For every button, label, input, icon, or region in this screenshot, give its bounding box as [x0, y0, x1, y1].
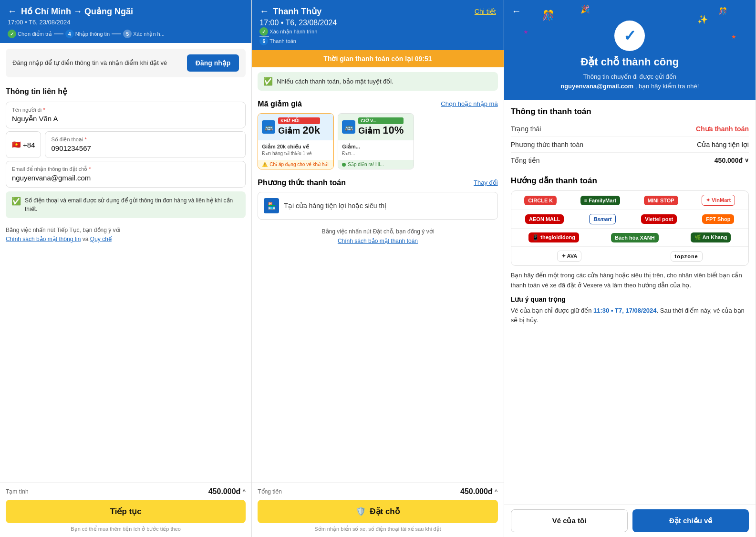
p2-step-circle-2: 6	[259, 37, 268, 45]
back-icon-p1[interactable]: ←	[8, 6, 17, 17]
info-green-text: Số điện thoại và email được sử dụng để g…	[25, 196, 240, 213]
status-row: Trạng thái Chưa thanh toán	[511, 121, 749, 137]
card2-body: Giảm... Đơn...	[338, 140, 414, 160]
bsmart-logo: Bsmart	[589, 214, 616, 224]
back-icon-p2[interactable]: ←	[259, 6, 269, 17]
total-value: 450.000đ ∨	[715, 157, 749, 164]
step-label-1: Chọn điểm trả	[18, 31, 52, 37]
phone-label: Số điện thoại *	[51, 137, 239, 143]
panel1-steps: ✓ Chọn điểm trả 4 Nhập thông tin 5 Xác n…	[8, 30, 244, 38]
security-text: Nhiều cách thanh toán, bảo mật tuyệt đối…	[277, 78, 394, 85]
login-banner: Đăng nhập để tự điền thông tin và nhận đ…	[6, 49, 246, 77]
success-check-circle: ✓	[614, 21, 645, 51]
name-label: Tên người đi *	[12, 107, 239, 113]
card2-info: GIỜ V... Giảm 10%	[358, 117, 404, 137]
continue-button[interactable]: Tiếp tục	[6, 500, 246, 523]
phone-row: 🇻🇳 +84 Số điện thoại *	[6, 131, 246, 158]
panel1-footer: Tạm tính 450.000đ ^ Tiếp tục Bạn có thể …	[0, 482, 251, 537]
security-icon: ✅	[263, 77, 273, 86]
bich-hoa-logo: Bách hóa XANH	[611, 233, 659, 242]
card1-sub: Đơn hàng tối thiểu 1 vé	[262, 150, 330, 157]
p2-chevron-up-icon[interactable]: ^	[495, 488, 498, 495]
phone-flag[interactable]: 🇻🇳 +84	[6, 131, 41, 158]
phone-code: +84	[23, 141, 35, 149]
change-method-link[interactable]: Thay đổi	[474, 179, 498, 186]
timer-bar: Thời gian thanh toán còn lại 09:51	[252, 50, 503, 67]
note-highlight: 11:30 • T7, 17/08/2024	[593, 307, 656, 314]
vin-mart-logo: ✦ VinMart	[702, 195, 735, 206]
p2-step-label-1: Xác nhận hành trình	[269, 29, 317, 35]
step-circle-2: 4	[65, 30, 74, 38]
p2-step-1: ✓ Xác nhận hành trình	[259, 27, 496, 36]
card2-desc: Giảm...	[342, 143, 410, 150]
card1-desc: Giảm 20k chiều về	[262, 143, 330, 150]
login-button[interactable]: Đăng nhập	[187, 54, 239, 72]
guide-section: Hướng dẫn thanh toán CIRCLE K ≡ FamilyMa…	[504, 172, 756, 329]
warning-icon: ⚠️	[262, 162, 268, 167]
mini-stop-logo: MINI STOP	[644, 196, 678, 205]
p2-footer-total-row: Tổng tiền 450.000đ ^	[258, 487, 497, 496]
policy-link[interactable]: Chính sách bảo mật thông tin	[6, 236, 81, 242]
email-field: Email để nhận thông tin đặt chỗ *	[6, 161, 246, 188]
panel1-header: ← Hồ Chí Minh → Quảng Ngãi 17:00 • T6, 2…	[0, 0, 251, 43]
payment-method-title: Phương thức thanh toán	[258, 178, 346, 187]
back-icon-p3[interactable]: ←	[512, 6, 521, 16]
panel1-scroll: Đăng nhập để tự điền thông tin và nhận đ…	[0, 43, 251, 537]
contact-info-title: Thông tin liên hệ	[0, 83, 251, 99]
p2-step-2: 6 Thanh toán	[259, 37, 496, 45]
step-label-2: Nhập thông tin	[75, 31, 110, 37]
card2-success: Sắp diễn ra! Hi...	[338, 160, 414, 169]
payment-policy-link[interactable]: Chính sách bảo mật thanh toán	[338, 238, 418, 244]
bus-icon-2: 🚌	[342, 120, 355, 134]
step-line-2	[112, 33, 121, 34]
info-green-box: ✅ Số điện thoại và email được sử dụng để…	[6, 191, 246, 218]
panel2-scroll: ✅ Nhiều cách thanh toán, bảo mật tuyệt đ…	[252, 67, 503, 537]
chevron-up-icon[interactable]: ^	[242, 488, 246, 495]
panel2-header: ← Thanh Thủy Chi tiết 17:00 • T6, 23/08/…	[252, 0, 503, 50]
total-row[interactable]: Tổng tiền 450.000đ ∨	[511, 153, 749, 168]
p2-footer-label: Tổng tiền	[258, 488, 282, 495]
payment-info-section: Thông tin thanh toán Trạng thái Chưa tha…	[504, 100, 756, 172]
chevron-down-icon: ∨	[745, 157, 749, 164]
phone-number-field: Số điện thoại *	[45, 131, 246, 158]
card2-top: 🚌 GIỜ V... Giảm 10%	[338, 114, 414, 140]
panel1-route-title: Hồ Chí Minh → Quảng Ngãi	[21, 6, 133, 17]
step-line-1	[54, 33, 63, 34]
logos-row-3: 📱 thegioididong Bách hóa XANH 🌿 An Khang	[511, 229, 748, 247]
rules-link[interactable]: Quy chế	[90, 236, 112, 242]
email-label: Email để nhận thông tin đặt chỗ *	[12, 166, 239, 172]
fpt-shop-logo: FPT Shop	[702, 214, 734, 224]
panel3-scroll: Thông tin thanh toán Trạng thái Chưa tha…	[504, 100, 756, 537]
detail-link[interactable]: Chi tiết	[475, 8, 496, 15]
my-ticket-button[interactable]: Vé của tôi	[511, 509, 628, 532]
panel-payment: ← Thanh Thủy Chi tiết 17:00 • T6, 23/08/…	[252, 0, 504, 537]
logos-row-4: ✦ AVA topzone	[511, 247, 748, 265]
confetti-6: ★	[731, 33, 736, 40]
panel2-time: 17:00 • T6, 23/08/2024	[259, 19, 496, 27]
p2-footer-note: Sớm nhận biển số xe, số điện thoại tài x…	[258, 526, 497, 532]
card2-tag: GIỜ V...	[358, 117, 404, 124]
p2-footer-amount: 450.000đ ^	[460, 487, 498, 496]
name-input[interactable]	[12, 115, 239, 123]
card1-top: 🚌 KHỬ HỒI Giảm 20k	[258, 114, 333, 140]
payment-info-title: Thông tin thanh toán	[511, 107, 749, 116]
discount-card-1[interactable]: 🚌 KHỬ HỒI Giảm 20k Giảm 20k chiều về Đơn…	[258, 113, 334, 169]
topzone-logo: topzone	[671, 251, 703, 262]
phone-input[interactable]	[51, 144, 239, 152]
shield-check-icon: ✅	[11, 197, 21, 206]
name-field: Tên người đi *	[6, 102, 246, 128]
status-value: Chưa thanh toán	[696, 125, 749, 133]
ava-logo: ✦ AVA	[557, 251, 581, 262]
email-input[interactable]	[12, 174, 239, 182]
discount-header: Mã giảm giá Chọn hoặc nhập mã	[252, 95, 503, 111]
card2-sub: Đơn...	[342, 150, 410, 157]
book-return-button[interactable]: Đặt chiều về	[632, 509, 749, 532]
shield-icon: 🛡️	[356, 506, 366, 516]
discount-card-2[interactable]: 🚌 GIỜ V... Giảm 10% Giảm... Đơn... Sắp d…	[338, 113, 414, 169]
step-1: ✓ Chọn điểm trả	[8, 30, 52, 38]
success-email: nguyenvana@gmail.com	[560, 83, 633, 90]
book-button[interactable]: 🛡️ Đặt chỗ	[258, 500, 497, 523]
payment-method-header: Phương thức thanh toán Thay đổi	[252, 173, 503, 190]
guide-title: Hướng dẫn thanh toán	[511, 176, 749, 186]
choose-code-link[interactable]: Chọn hoặc nhập mã	[441, 100, 497, 107]
